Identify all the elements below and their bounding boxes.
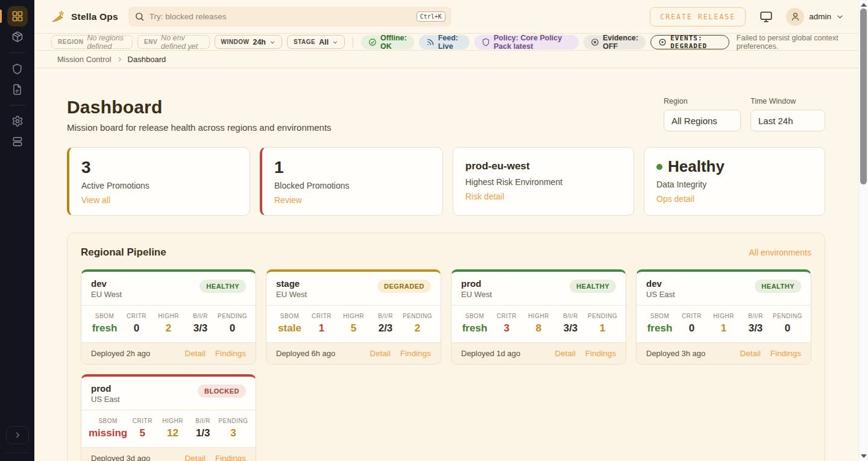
deployed-time: Deployed 2h ago: [91, 349, 150, 358]
bir-label: B/I/R: [370, 313, 401, 319]
stage-chip-value: All: [319, 38, 329, 46]
env-name: prod: [91, 383, 120, 394]
critr-value: 1: [306, 322, 338, 334]
comet-logo-icon: [51, 10, 66, 24]
avatar: [786, 8, 804, 26]
highr-label: HIGHR: [338, 313, 370, 319]
search-icon: [134, 11, 145, 22]
sidebar-item-settings[interactable]: [7, 111, 28, 131]
sidebar-item-releases[interactable]: [7, 27, 28, 47]
bir-value: 3/3: [740, 322, 772, 334]
blocked-promotions-card: 1 Blocked Promotions Review: [260, 147, 443, 216]
feed-status-chip[interactable]: Feed: Live: [419, 35, 470, 49]
sidebar-item-documents[interactable]: [7, 79, 28, 99]
monitor-icon[interactable]: [760, 10, 773, 24]
detail-link[interactable]: Detail: [740, 349, 761, 358]
target-dot-icon: [658, 38, 667, 46]
region-control: Region All Regions: [664, 97, 741, 131]
findings-link[interactable]: Findings: [215, 349, 246, 358]
active-indicator-bar: [0, 10, 2, 23]
highr-value: 8: [523, 322, 555, 334]
chevron-down-icon: [269, 39, 275, 45]
evidence-status-label: Evidence: OFF: [603, 34, 638, 51]
highest-risk-label: Highest Risk Environment: [465, 177, 621, 187]
env-name: dev: [91, 278, 122, 289]
scrollbar-up-arrow[interactable]: [861, 3, 867, 7]
sbom-label: SBOM: [644, 313, 676, 319]
global-search[interactable]: Ctrl+K: [128, 7, 451, 27]
policy-status-chip[interactable]: Policy: Core Policy Pack latest: [474, 35, 579, 49]
bir-label: B/I/R: [740, 313, 772, 319]
username: admin: [809, 12, 831, 21]
pending-label: PENDING: [587, 313, 618, 319]
view-all-link[interactable]: View all: [81, 195, 110, 205]
findings-link[interactable]: Findings: [585, 349, 616, 358]
page-scrollbar: [858, 0, 868, 461]
env-region: US East: [91, 395, 120, 404]
evidence-status-chip[interactable]: Evidence: OFF: [583, 35, 646, 49]
pending-value: 0: [772, 322, 804, 334]
critr-label: CRITR: [127, 418, 157, 424]
highr-label: HIGHR: [153, 313, 184, 319]
sbom-label: SBOM: [89, 313, 121, 319]
detail-link[interactable]: Detail: [184, 454, 206, 461]
highr-label: HIGHR: [523, 313, 555, 319]
context-filter-bar: REGION No regions defined ENV No env def…: [34, 34, 858, 51]
highr-value: 5: [338, 322, 370, 334]
window-filter-chip[interactable]: WINDOW 24h: [215, 35, 282, 49]
findings-link[interactable]: Findings: [400, 349, 431, 358]
findings-link[interactable]: Findings: [770, 349, 801, 358]
sidebar-item-dashboard[interactable]: [7, 6, 28, 27]
region-filter-chip[interactable]: REGION No regions defined: [51, 35, 133, 49]
sidebar-item-security[interactable]: [7, 58, 28, 79]
detail-link[interactable]: Detail: [370, 349, 391, 358]
highr-label: HIGHR: [157, 418, 187, 424]
env-region: EU West: [276, 290, 307, 299]
user-menu[interactable]: admin: [786, 8, 844, 26]
detail-link[interactable]: Detail: [184, 349, 206, 358]
page-header: Dashboard Mission board for release heal…: [67, 97, 825, 133]
highest-risk-env: prod-eu-west: [465, 160, 621, 172]
env-region: EU West: [461, 290, 492, 299]
page-content: Dashboard Mission board for release heal…: [34, 68, 858, 461]
env-chip-label: ENV: [144, 39, 157, 45]
all-environments-link[interactable]: All environments: [749, 248, 812, 257]
pipeline-card-prod-us-east: prod US East BLOCKED SBOMmissing CRITR5 …: [81, 374, 256, 461]
critr-value: 0: [121, 322, 153, 334]
breadcrumb: Mission Control Dashboard: [34, 51, 858, 68]
sbom-value: fresh: [644, 322, 676, 334]
env-filter-chip[interactable]: ENV No env defined yet: [137, 35, 210, 49]
summary-cards-row: 3 Active Promotions View all 1 Blocked P…: [67, 147, 825, 216]
scrollbar-thumb[interactable]: [860, 8, 867, 184]
sidebar-expand-button[interactable]: [6, 426, 29, 444]
offline-status-label: Offline: OK: [380, 34, 407, 51]
scrollbar-down-arrow[interactable]: [861, 454, 867, 458]
ops-detail-link[interactable]: Ops detail: [656, 194, 694, 204]
top-bar-actions: CREATE RELEASE admin: [650, 7, 844, 27]
findings-link[interactable]: Findings: [215, 454, 246, 461]
stage-filter-chip[interactable]: STAGE All: [287, 35, 345, 49]
search-shortcut-badge: Ctrl+K: [417, 11, 445, 22]
search-input[interactable]: [149, 12, 412, 21]
breadcrumb-mission-control[interactable]: Mission Control: [57, 55, 112, 64]
pending-value: 1: [587, 322, 618, 334]
time-window-select[interactable]: Last 24h: [750, 110, 825, 131]
review-link[interactable]: Review: [274, 195, 302, 205]
regional-pipeline-panel: Regional Pipeline All environments dev E…: [67, 233, 825, 461]
env-name: stage: [276, 278, 307, 289]
detail-link[interactable]: Detail: [555, 349, 576, 358]
sidebar-item-infrastructure[interactable]: [7, 131, 28, 152]
region-chip-value: No regions defined: [87, 34, 126, 51]
events-status-chip[interactable]: EVENTS: DEGRADED: [650, 35, 729, 49]
events-status-label: EVENTS: DEGRADED: [670, 34, 722, 50]
pending-label: PENDING: [216, 313, 248, 319]
env-name: prod: [461, 278, 492, 289]
pending-value: 2: [401, 322, 433, 334]
region-select[interactable]: All Regions: [664, 110, 741, 131]
chevron-down-icon: [332, 39, 338, 45]
risk-detail-link[interactable]: Risk detail: [465, 192, 505, 201]
highr-value: 1: [708, 322, 740, 334]
critr-label: CRITR: [121, 313, 153, 319]
create-release-button[interactable]: CREATE RELEASE: [650, 7, 746, 27]
offline-status-chip[interactable]: Offline: OK: [361, 35, 414, 49]
